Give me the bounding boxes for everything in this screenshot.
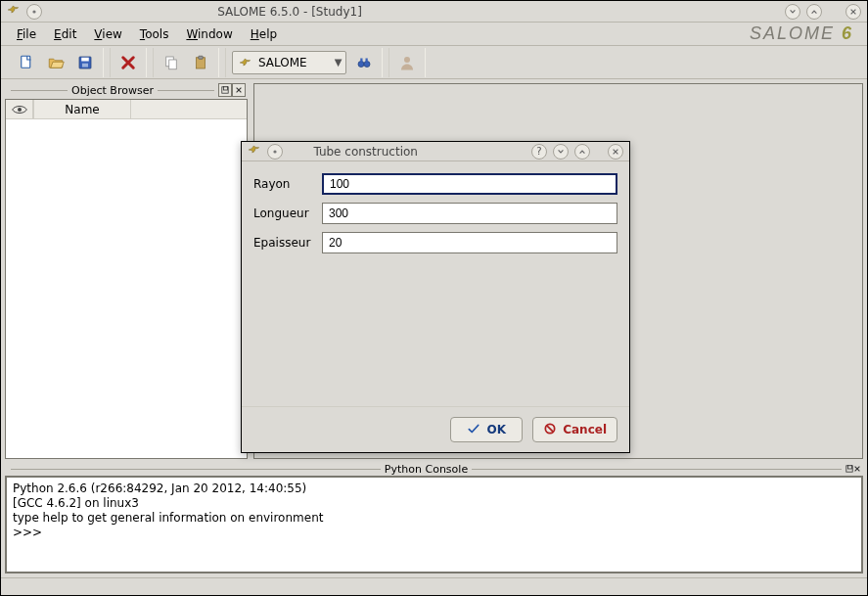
svg-rect-4: [82, 63, 88, 67]
cancel-icon: [543, 422, 557, 438]
menu-edit[interactable]: Edit: [46, 25, 84, 43]
statusbar: [1, 577, 867, 595]
svg-rect-6: [169, 60, 177, 69]
python-console-title: Python Console: [385, 463, 468, 476]
menu-help[interactable]: Help: [243, 25, 285, 43]
dialog-title: Tube construction: [283, 145, 448, 159]
brand-logo: SALOME 6: [750, 23, 859, 44]
dialog-close-button[interactable]: [608, 144, 623, 160]
field-row-rayon: Rayon: [253, 171, 617, 197]
menu-tools[interactable]: Tools: [132, 25, 177, 43]
chevron-down-icon: ▼: [335, 57, 343, 68]
menu-view[interactable]: View: [86, 25, 129, 43]
dialog-titlebar: Tube construction ?: [242, 142, 629, 161]
user-button[interactable]: [395, 51, 419, 74]
check-icon: [467, 422, 480, 438]
svg-point-13: [404, 57, 410, 63]
menu-file[interactable]: File: [9, 25, 44, 43]
svg-rect-11: [361, 58, 363, 62]
main-titlebar: SALOME 6.5.0 - [Study1]: [1, 1, 867, 23]
copy-button[interactable]: [160, 51, 183, 74]
paste-button[interactable]: [189, 51, 212, 74]
shade-button[interactable]: [26, 4, 42, 20]
object-browser-title: Object Browser: [71, 84, 154, 97]
column-name-header[interactable]: Name: [33, 100, 131, 118]
new-document-button[interactable]: [15, 51, 38, 74]
object-browser-header: Name: [6, 100, 247, 119]
epaisseur-input[interactable]: [322, 232, 617, 253]
ok-button[interactable]: OK: [450, 417, 523, 442]
object-browser-tree[interactable]: Name: [5, 99, 248, 459]
svg-point-19: [273, 150, 276, 153]
longueur-label: Longueur: [253, 206, 322, 220]
svg-rect-12: [366, 58, 368, 62]
python-console-panel: Python Console Python 2.6.6 (r266:84292,…: [1, 463, 867, 577]
dialog-footer: OK Cancel: [242, 406, 629, 452]
console-close-button[interactable]: [853, 463, 861, 476]
object-browser-panel: Object Browser Name: [5, 83, 248, 459]
svg-point-0: [32, 10, 35, 13]
close-button[interactable]: [845, 4, 861, 20]
svg-rect-8: [199, 56, 204, 59]
save-button[interactable]: [73, 51, 97, 74]
longueur-input[interactable]: [322, 203, 617, 224]
rayon-input[interactable]: [322, 173, 617, 195]
svg-point-10: [364, 61, 370, 67]
svg-point-16: [18, 108, 22, 112]
svg-rect-3: [81, 57, 89, 61]
ok-button-label: OK: [486, 423, 506, 436]
epaisseur-label: Epaisseur: [253, 236, 322, 250]
dialog-help-button[interactable]: ?: [531, 144, 547, 160]
rayon-label: Rayon: [253, 177, 322, 191]
svg-point-9: [358, 61, 364, 67]
dialog-minimize-button[interactable]: [553, 144, 569, 160]
panel-close-button[interactable]: [232, 83, 246, 97]
python-console[interactable]: Python 2.6.6 (r266:84292, Jan 20 2012, 1…: [5, 476, 863, 573]
menu-window[interactable]: Window: [178, 25, 240, 43]
field-row-longueur: Longueur: [253, 201, 617, 226]
tube-construction-dialog: Tube construction ? Rayon Longueur Epais…: [241, 141, 630, 453]
toolbar: SALOME ▼: [1, 46, 867, 79]
cancel-button[interactable]: Cancel: [532, 417, 617, 442]
dialog-body: Rayon Longueur Epaisseur: [242, 161, 629, 406]
app-icon: [7, 3, 21, 20]
menubar: File Edit View Tools Window Help SALOME …: [1, 23, 867, 46]
window-title: SALOME 6.5.0 - [Study1]: [42, 5, 537, 19]
minimize-button[interactable]: [785, 4, 800, 20]
dialog-maximize-button[interactable]: [574, 144, 590, 160]
delete-button[interactable]: [116, 51, 140, 74]
eye-icon: [6, 100, 33, 118]
module-select-label: SALOME: [258, 56, 307, 69]
dialog-shade-button[interactable]: [267, 144, 283, 160]
module-select[interactable]: SALOME ▼: [232, 51, 346, 74]
maximize-button[interactable]: [806, 4, 822, 20]
dialog-app-icon: [248, 143, 261, 160]
main-window: SALOME 6.5.0 - [Study1] File Edit View T…: [0, 0, 868, 596]
console-undock-button[interactable]: [845, 463, 853, 476]
cancel-button-label: Cancel: [563, 423, 607, 436]
panel-undock-button[interactable]: [218, 83, 232, 97]
field-row-epaisseur: Epaisseur: [253, 230, 617, 255]
open-button[interactable]: [44, 51, 68, 74]
svg-rect-1: [22, 56, 30, 68]
binoculars-button[interactable]: [352, 51, 376, 74]
